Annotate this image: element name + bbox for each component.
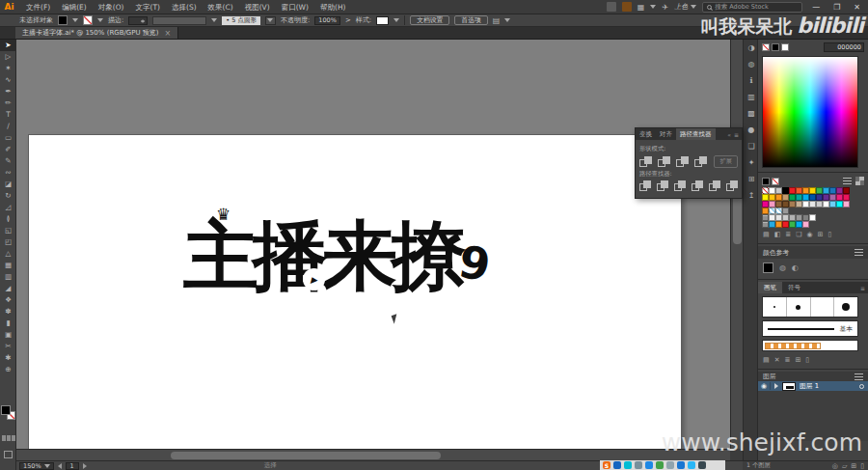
layer-name[interactable]: 图层 1	[800, 381, 819, 391]
brush-item-1[interactable]	[787, 297, 811, 317]
fill-indicator[interactable]	[1, 405, 11, 415]
locate-object-icon[interactable]: ◎	[832, 462, 838, 470]
base-color-swatch[interactable]	[763, 263, 773, 273]
swatch[interactable]	[809, 214, 816, 221]
swatch-options-icon[interactable]: ≣	[785, 231, 791, 238]
artboard[interactable]: ♛ 主播来撩 ▶ 9	[29, 135, 681, 449]
swatch[interactable]	[769, 201, 775, 207]
swatch[interactable]	[782, 207, 789, 214]
swatch[interactable]	[809, 201, 816, 207]
graphic-styles-panel-icon[interactable]: ❏	[744, 138, 759, 154]
stroke-weight-stepper[interactable]	[128, 16, 148, 25]
swatch[interactable]	[782, 221, 789, 228]
swatch[interactable]	[843, 187, 850, 194]
panel-menu-icon[interactable]	[854, 249, 863, 256]
swatch[interactable]	[816, 201, 823, 207]
collapse-panel-icon[interactable]: «	[727, 131, 731, 138]
swatch[interactable]	[809, 187, 816, 194]
expand-button[interactable]: 扩展	[714, 155, 738, 168]
tab-pathfinder[interactable]: 路径查找器	[676, 128, 716, 140]
scale-tool[interactable]: ◿	[0, 202, 16, 213]
swatch[interactable]	[762, 187, 769, 194]
brush-item-3[interactable]	[834, 297, 857, 317]
layer-target-icon[interactable]	[859, 384, 864, 389]
vertical-scrollbar[interactable]	[730, 40, 743, 449]
taskbar-app-icon-3[interactable]	[635, 461, 642, 469]
edit-color-icon[interactable]: ◉	[806, 231, 812, 238]
brush-options-icon[interactable]: ≣	[785, 356, 791, 364]
limit-colors-icon[interactable]: ◍	[779, 263, 786, 272]
swatch[interactable]	[769, 207, 775, 214]
next-artboard-icon[interactable]	[83, 463, 87, 469]
draw-behind-icon[interactable]	[7, 435, 11, 441]
artwork-lettering[interactable]: ♛ 主播来撩 ▶ 9	[183, 218, 461, 293]
color-spectrum[interactable]	[762, 56, 858, 168]
remove-brush-stroke-icon[interactable]: ✕	[774, 356, 780, 364]
symbols-panel-icon[interactable]: ✦	[744, 154, 759, 171]
drawing-mode-buttons[interactable]	[2, 435, 15, 441]
stroke-mini-swatch[interactable]	[772, 178, 779, 185]
swatch[interactable]	[823, 201, 829, 207]
blend-tool[interactable]: ❖	[0, 294, 16, 306]
panel-menu-icon[interactable]: ≡	[734, 131, 739, 138]
swatch[interactable]	[836, 201, 843, 207]
close-button[interactable]: ✕	[850, 3, 864, 12]
swatch[interactable]	[775, 194, 782, 201]
edit-colors-icon[interactable]: ◐	[792, 263, 799, 272]
taskbar-app-icon-4[interactable]	[645, 461, 653, 469]
swatch[interactable]	[769, 214, 775, 221]
swatch[interactable]	[796, 201, 802, 207]
restore-button[interactable]: ❐	[829, 3, 844, 12]
menu-item-1[interactable]: 编辑(E)	[56, 0, 93, 14]
gradient-tool[interactable]: ▥	[0, 271, 16, 283]
direct-selection-tool[interactable]: ▷	[0, 51, 16, 63]
pen-tool[interactable]: ✒	[0, 86, 16, 97]
brush-select-arrow[interactable]	[265, 16, 276, 25]
opacity-label[interactable]: 不透明度:	[281, 15, 310, 25]
swatch[interactable]	[775, 207, 782, 214]
color-group-folder-icon[interactable]	[762, 214, 769, 221]
menu-item-6[interactable]: 视图(V)	[239, 0, 276, 14]
delete-brush-icon[interactable]: ▯	[805, 356, 809, 364]
pathfinder-button-1[interactable]	[657, 180, 668, 191]
brush-item-0[interactable]	[763, 297, 787, 317]
layer-thumbnail[interactable]	[782, 382, 796, 391]
eraser-tool[interactable]: ◪	[0, 179, 16, 190]
draw-normal-icon[interactable]	[2, 435, 6, 441]
fill-color-swatch[interactable]	[58, 15, 68, 25]
new-color-group-icon[interactable]: ❏	[796, 231, 801, 238]
swatch[interactable]	[796, 194, 802, 201]
swatch[interactable]	[782, 214, 789, 221]
rotate-tool[interactable]: ↻	[0, 190, 16, 202]
menu-item-0[interactable]: 文件(F)	[20, 0, 56, 14]
pencil-tool[interactable]: ✎	[0, 155, 16, 167]
opacity-value-field[interactable]: 100%	[314, 16, 340, 25]
new-brush-icon[interactable]: ⊞	[795, 356, 800, 364]
swatch[interactable]	[836, 187, 843, 194]
make-clip-mask-icon[interactable]: ▱	[842, 462, 847, 470]
artboard-tool[interactable]: ▣	[0, 329, 16, 341]
eyedropper-tool[interactable]: ◢	[0, 283, 16, 294]
style-swatch[interactable]	[376, 16, 389, 25]
document-setup-button[interactable]: 文档设置	[410, 15, 449, 25]
swatch[interactable]	[775, 201, 782, 207]
swatch[interactable]	[816, 194, 823, 201]
appearance-panel-icon[interactable]: ●	[744, 122, 759, 138]
tab-close-icon[interactable]: ×	[165, 29, 172, 38]
free-transform-tool[interactable]: ◱	[0, 225, 16, 236]
brush-item-2[interactable]	[811, 297, 835, 317]
tab-brushes[interactable]: 画笔	[758, 282, 782, 293]
swatch[interactable]	[796, 221, 802, 228]
swatch[interactable]	[782, 194, 789, 201]
swatch[interactable]	[829, 194, 836, 201]
gradient-panel-icon[interactable]: ▥	[744, 89, 759, 105]
zoom-level-select[interactable]: 150%	[19, 462, 54, 470]
pathfinder-button-2[interactable]	[674, 180, 686, 191]
selection-tool[interactable]: ➤	[0, 40, 16, 51]
tab-align[interactable]: 对齐	[656, 128, 676, 140]
menu-item-3[interactable]: 文字(T)	[130, 0, 166, 14]
fill-mini-swatch[interactable]	[762, 178, 770, 185]
taskbar-app-icon-8[interactable]	[688, 461, 695, 469]
shape-mode-button-0[interactable]	[639, 156, 652, 167]
swatch[interactable]	[782, 187, 789, 194]
